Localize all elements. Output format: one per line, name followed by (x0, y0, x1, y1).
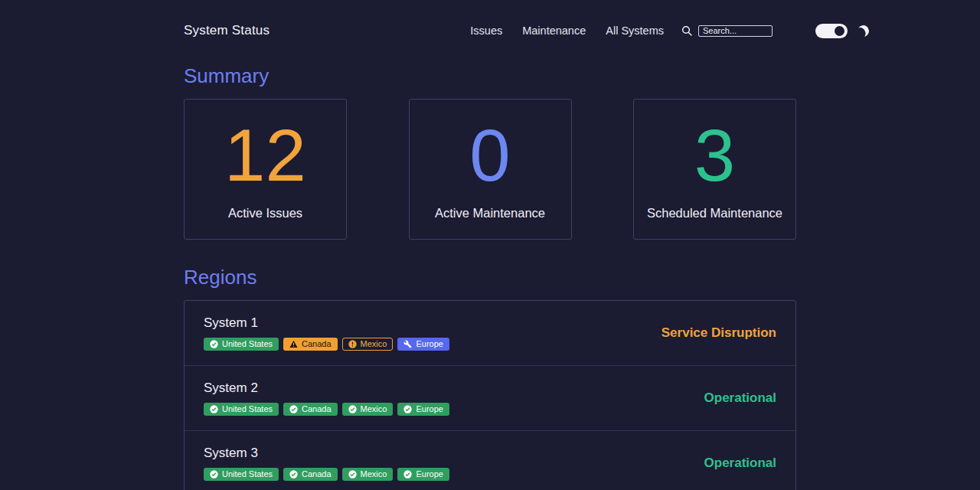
nav-link-all-systems[interactable]: All Systems (606, 24, 664, 37)
card-active-maintenance: 0 Active Maintenance (409, 99, 572, 240)
theme-toggle[interactable] (815, 24, 848, 38)
check-circle-icon (348, 470, 357, 479)
moon-icon (857, 24, 871, 38)
badge-label: United States (222, 405, 273, 413)
alert-circle-icon (348, 340, 357, 348)
badge-label: Canada (302, 340, 332, 348)
system-name: System 1 (204, 315, 449, 331)
check-circle-icon (210, 340, 218, 348)
search-icon (681, 24, 693, 37)
main-content: Summary 12 Active Issues 0 Active Mainte… (184, 64, 796, 490)
check-circle-icon (348, 405, 357, 413)
regions-heading: Regions (184, 266, 796, 289)
region-badge: United States (204, 468, 279, 481)
search-group (681, 24, 773, 37)
badge-label: United States (222, 340, 273, 348)
check-circle-icon (210, 405, 218, 413)
system-name: System 2 (204, 381, 449, 396)
card-label: Active Maintenance (435, 206, 545, 220)
badge-label: Mexico (361, 405, 387, 413)
region-badge: Europe (397, 338, 449, 351)
app-title: System Status (184, 23, 270, 38)
region-badge: Europe (397, 468, 449, 481)
region-badge: Canada (283, 468, 338, 481)
card-label: Active Issues (228, 206, 302, 220)
nav-links: Issues Maintenance All Systems (470, 24, 664, 37)
systems-list: System 1 United States Canada Mexico (184, 300, 796, 490)
badge-label: Europe (416, 340, 443, 348)
system-status: Service Disruption (662, 325, 776, 341)
badge-label: Mexico (361, 470, 387, 479)
check-circle-icon (289, 405, 298, 413)
card-value: 0 (469, 119, 510, 192)
region-badges: United States Canada Mexico Europe (204, 338, 449, 351)
theme-group (815, 24, 869, 38)
summary-heading: Summary (184, 64, 796, 88)
toggle-knob (835, 26, 844, 36)
region-badge: Canada (283, 403, 338, 416)
nav-link-issues[interactable]: Issues (470, 24, 502, 37)
region-badge: Mexico (342, 403, 394, 416)
summary-cards: 12 Active Issues 0 Active Maintenance 3 … (184, 99, 796, 240)
nav-link-maintenance[interactable]: Maintenance (522, 24, 586, 37)
badge-label: Canada (302, 405, 332, 413)
badge-label: United States (222, 470, 273, 479)
system-row-3[interactable]: System 3 United States Canada Mexico (185, 431, 795, 490)
region-badge: Mexico (342, 338, 394, 351)
system-status: Operational (704, 390, 776, 406)
system-status: Operational (704, 456, 776, 471)
region-badge: Canada (283, 338, 338, 351)
system-row-2[interactable]: System 2 United States Canada Mexico (185, 366, 795, 431)
check-circle-icon (210, 470, 218, 479)
system-info: System 1 United States Canada Mexico (204, 315, 449, 351)
system-info: System 2 United States Canada Mexico (204, 381, 449, 416)
system-info: System 3 United States Canada Mexico (204, 446, 449, 481)
card-scheduled-maintenance: 3 Scheduled Maintenance (633, 99, 796, 240)
check-circle-icon (289, 470, 298, 479)
region-badges: United States Canada Mexico Europe (204, 403, 449, 416)
search-input[interactable] (698, 25, 773, 37)
region-badge: Europe (397, 403, 449, 416)
badge-label: Mexico (361, 340, 387, 348)
region-badge: United States (204, 338, 279, 351)
card-active-issues: 12 Active Issues (184, 99, 347, 240)
card-value: 12 (224, 119, 306, 192)
card-value: 3 (694, 119, 735, 192)
badge-label: Europe (416, 470, 443, 479)
card-label: Scheduled Maintenance (647, 206, 782, 220)
warning-triangle-icon (289, 340, 298, 348)
region-badge: Mexico (342, 468, 394, 481)
navbar: System Status Issues Maintenance All Sys… (0, 0, 980, 38)
region-badges: United States Canada Mexico Europe (204, 468, 449, 481)
system-name: System 3 (204, 446, 449, 461)
badge-label: Canada (302, 470, 332, 479)
check-circle-icon (403, 470, 412, 479)
region-badge: United States (204, 403, 279, 416)
check-circle-icon (403, 405, 412, 413)
badge-label: Europe (416, 405, 443, 413)
system-row-1[interactable]: System 1 United States Canada Mexico (185, 301, 795, 366)
wrench-icon (403, 340, 412, 348)
